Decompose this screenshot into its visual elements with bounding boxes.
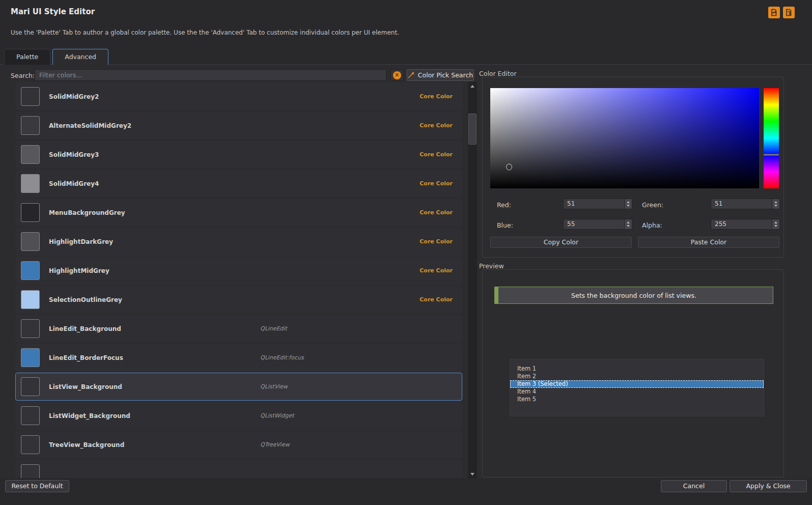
color-row[interactable]: SolidMidGrey2 Core Color <box>15 82 462 110</box>
color-row[interactable]: ListWidget_Background QListWidget <box>15 402 462 430</box>
color-category: QTreeView <box>260 441 290 448</box>
color-category: Core Color <box>419 180 453 187</box>
color-row[interactable]: SolidMidGrey3 Core Color <box>15 141 462 169</box>
eyedropper-icon <box>408 72 414 78</box>
green-label: Green: <box>642 201 663 209</box>
color-category: QListView <box>260 383 288 390</box>
color-row[interactable]: AlternateSolidMidGrey2 Core Color <box>15 111 462 139</box>
hue-marker[interactable] <box>764 154 779 156</box>
color-category: Core Color <box>419 209 453 216</box>
preview-tooltip: Sets the background color of list views. <box>494 287 773 304</box>
preview-group: Sets the background color of list views.… <box>482 269 784 478</box>
search-input[interactable] <box>35 69 386 81</box>
color-category: QLineEdit:focus <box>260 354 304 361</box>
color-row[interactable]: LineEdit_Background QLineEdit <box>15 315 462 343</box>
search-label: Search: <box>11 72 35 79</box>
advanced-tab-panel: Search: ✕ Color Pick Search SolidMidGrey… <box>0 64 812 478</box>
preview-list-item[interactable]: Item 2 <box>510 373 764 380</box>
color-swatch <box>21 232 40 251</box>
color-row[interactable]: ListView_Background QListView <box>15 373 462 401</box>
preview-tooltip-text: Sets the background color of list views. <box>571 292 696 299</box>
reset-to-default-button[interactable]: Reset to Default <box>5 480 69 492</box>
color-row[interactable]: HighlightDarkGrey Core Color <box>15 228 462 256</box>
red-spinner[interactable] <box>624 199 632 209</box>
color-row[interactable] <box>15 460 462 478</box>
color-category: QListWidget <box>260 412 294 419</box>
alpha-field[interactable]: 255 <box>711 219 780 230</box>
color-swatch <box>21 116 40 135</box>
scroll-up-arrow-icon[interactable] <box>468 82 477 90</box>
color-name: AlternateSolidMidGrey2 <box>49 122 131 129</box>
tab-bar: Palette Advanced <box>4 49 110 65</box>
tab-advanced[interactable]: Advanced <box>52 49 108 65</box>
file-import-icon[interactable] <box>783 7 795 18</box>
color-name: LineEdit_Background <box>49 325 121 332</box>
preview-list-item[interactable]: Item 3 (Selected) <box>510 380 764 388</box>
color-swatch <box>21 377 40 396</box>
blue-field[interactable]: 55 <box>563 219 632 230</box>
red-field[interactable]: 51 <box>563 199 632 209</box>
color-row[interactable]: LineEdit_BorderFocus QLineEdit:focus <box>15 344 462 372</box>
color-row[interactable]: SolidMidGrey4 Core Color <box>15 170 462 198</box>
color-category: Core Color <box>419 93 453 100</box>
blue-label: Blue: <box>497 221 513 229</box>
preview-title: Preview <box>479 262 504 270</box>
file-export-icon[interactable] <box>768 7 780 18</box>
clear-search-button[interactable]: ✕ <box>390 69 403 81</box>
color-name: HighlightMidGrey <box>49 267 109 274</box>
green-value[interactable]: 51 <box>711 199 772 209</box>
preview-list-item[interactable]: Item 5 <box>510 396 764 403</box>
tab-palette[interactable]: Palette <box>4 49 50 65</box>
blue-value[interactable]: 55 <box>564 219 624 229</box>
scrollbar-thumb[interactable] <box>468 114 477 145</box>
alpha-spinner[interactable] <box>772 219 779 229</box>
apply-and-close-button[interactable]: Apply & Close <box>730 480 807 492</box>
alpha-value[interactable]: 255 <box>711 219 772 229</box>
color-swatch <box>21 348 40 367</box>
clear-search-icon: ✕ <box>393 71 401 79</box>
green-field[interactable]: 51 <box>711 199 780 209</box>
color-category: Core Color <box>419 238 453 245</box>
color-swatch <box>21 145 40 164</box>
saturation-value-picker[interactable] <box>490 88 759 188</box>
tooltip-accent-bar <box>495 287 498 303</box>
color-name: ListWidget_Background <box>49 412 130 419</box>
paste-color-button[interactable]: Paste Color <box>638 237 779 248</box>
color-category: QLineEdit <box>260 325 287 332</box>
color-name: SolidMidGrey3 <box>49 151 99 158</box>
cancel-button[interactable]: Cancel <box>661 480 727 492</box>
preview-list-item[interactable]: Item 4 <box>510 388 764 396</box>
green-spinner[interactable] <box>772 199 779 209</box>
color-name: SelectionOutlineGrey <box>49 296 122 303</box>
color-swatch <box>21 464 40 478</box>
color-name: MenuBackgroundGrey <box>49 209 125 216</box>
color-swatch <box>21 435 40 454</box>
color-pick-search-button[interactable]: Color Pick Search <box>407 69 474 81</box>
hue-slider[interactable] <box>764 88 779 188</box>
scroll-down-arrow-icon[interactable] <box>468 470 477 478</box>
color-list-scrollbar[interactable] <box>468 82 477 479</box>
color-row[interactable]: MenuBackgroundGrey Core Color <box>15 199 462 227</box>
color-cursor[interactable] <box>506 163 512 170</box>
color-editor-group: Red: 51 Green: 51 Blue: 55 Alpha: 255 Co… <box>482 77 784 258</box>
color-list: SolidMidGrey2 Core Color AlternateSolidM… <box>15 82 462 478</box>
color-pick-search-label: Color Pick Search <box>418 71 473 79</box>
color-category: Core Color <box>419 267 453 274</box>
alpha-label: Alpha: <box>642 221 662 229</box>
preview-list[interactable]: Item 1Item 2Item 3 (Selected)Item 4Item … <box>510 359 764 416</box>
color-name: SolidMidGrey4 <box>49 180 99 187</box>
preview-list-item[interactable]: Item 1 <box>510 365 764 373</box>
color-row[interactable]: HighlightMidGrey Core Color <box>15 257 462 285</box>
copy-color-button[interactable]: Copy Color <box>490 237 632 248</box>
color-swatch <box>21 406 40 425</box>
color-swatch <box>21 203 40 222</box>
color-swatch <box>21 290 40 309</box>
color-name: HighlightDarkGrey <box>49 238 113 245</box>
color-row[interactable]: SelectionOutlineGrey Core Color <box>15 286 462 314</box>
color-row[interactable]: TreeView_Background QTreeView <box>15 431 462 459</box>
color-swatch <box>21 87 40 106</box>
page-title: Mari UI Style Editor <box>11 7 95 16</box>
blue-spinner[interactable] <box>624 219 632 229</box>
color-swatch <box>21 319 40 338</box>
red-value[interactable]: 51 <box>564 199 624 209</box>
